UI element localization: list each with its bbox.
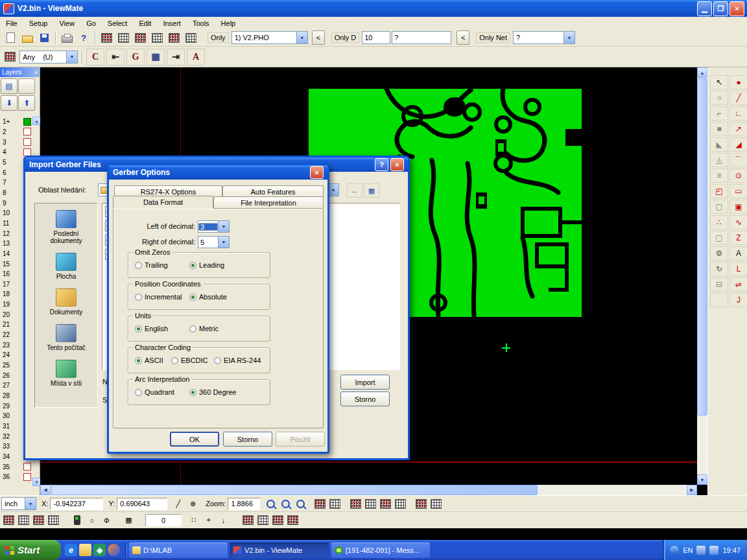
gerber-dialog-titlebar[interactable]: Gerber Options ×	[109, 165, 327, 180]
layer-stack-button-4[interactable]	[47, 514, 60, 526]
cancel-button[interactable]: Storno	[223, 432, 272, 447]
clip-corner-icon[interactable]: ◰	[710, 184, 728, 198]
scroll-down-icon[interactable]: ▼	[697, 474, 707, 485]
measure-button[interactable]	[183, 30, 198, 45]
radio-leading[interactable]: Leading	[189, 261, 224, 269]
filled-square-icon[interactable]: ■	[710, 122, 728, 136]
round-pad-icon[interactable]: ○	[710, 91, 728, 105]
display-tray-icon[interactable]	[709, 546, 718, 555]
layer-swatch[interactable]	[23, 128, 31, 135]
drop-marker-button[interactable]: ↓	[217, 514, 230, 526]
radio-ebcdic[interactable]: EBCDIC	[171, 356, 214, 364]
radio-eia-rs-244[interactable]: EIA RS-244	[214, 356, 261, 364]
menu-item-setup[interactable]: Setup	[23, 18, 54, 29]
vertical-scrollbar[interactable]: ▲ ▼	[697, 67, 707, 485]
view-pattern-button-3[interactable]	[379, 498, 392, 510]
chevron-down-icon[interactable]: ▼	[296, 32, 307, 43]
views-button[interactable]: ▦	[364, 183, 379, 198]
open-file-button[interactable]	[19, 30, 35, 45]
radio-incremental[interactable]: Incremental	[135, 293, 189, 301]
save-file-button[interactable]	[36, 30, 52, 45]
menu-item-select[interactable]: Select	[102, 18, 134, 29]
arc-tool-icon[interactable]: ⌒	[729, 153, 747, 167]
g-code-icon[interactable]: G	[126, 49, 145, 65]
layer-blank-button[interactable]	[18, 78, 35, 94]
horizontal-scroll-thumb[interactable]	[51, 485, 538, 495]
grid-red-button[interactable]	[313, 498, 327, 510]
origin-target-button[interactable]: ⊕	[186, 498, 200, 510]
dialog-help-button[interactable]: ?	[375, 158, 388, 171]
layer-grid-button[interactable]: ▤	[1, 78, 18, 94]
select-cursor-icon[interactable]: ↖	[710, 75, 728, 89]
aperture-list-button[interactable]	[115, 30, 131, 45]
layer-row[interactable]: 36	[1, 472, 32, 482]
tab-file-interpretation[interactable]: File Interpretation	[213, 196, 324, 208]
text-a-icon[interactable]: A	[187, 49, 205, 65]
view-pattern-button-6[interactable]	[429, 498, 443, 510]
spacer-icon[interactable]	[710, 293, 728, 307]
letter-l-tool-icon[interactable]: L	[729, 262, 747, 276]
menu-item-edit[interactable]: Edit	[133, 18, 157, 29]
dot-grid-button[interactable]: ∷	[187, 514, 200, 526]
radio-english[interactable]: English	[135, 325, 189, 332]
menu-item-view[interactable]: View	[53, 18, 80, 29]
restore-button[interactable]: ❐	[713, 1, 728, 16]
layer-swatch[interactable]	[23, 138, 31, 146]
only-layer-toggle[interactable]: Only	[208, 32, 229, 43]
pad-pattern-button-4[interactable]	[286, 514, 300, 526]
taskbar-task[interactable]: [191-482-091] - Mess...	[331, 542, 430, 558]
measure-line-button[interactable]: ╱	[171, 498, 185, 510]
rectangle-tool-icon[interactable]: ▭	[729, 184, 747, 198]
chevron-down-icon[interactable]: ▼	[25, 498, 36, 509]
folder-icon[interactable]	[79, 544, 91, 556]
radio-absolute[interactable]: Absolute	[189, 293, 227, 301]
cancel-button[interactable]: Storno	[340, 391, 390, 406]
dashed-box-icon[interactable]: ▢	[710, 200, 728, 214]
chevron-down-icon[interactable]: ▼	[563, 32, 575, 43]
new-file-button[interactable]	[3, 30, 18, 45]
only-d-toggle[interactable]: Only D	[331, 32, 360, 43]
place-item[interactable]: Tento počítač	[37, 324, 95, 351]
triangle-tool-icon[interactable]: ◣	[710, 137, 728, 152]
zoom-in-button[interactable]	[279, 498, 292, 510]
internet-explorer-icon[interactable]: e	[65, 544, 77, 556]
layer-swatch[interactable]	[23, 463, 31, 471]
tab-auto-features[interactable]: Auto Features	[222, 185, 324, 197]
units-combo[interactable]: inch ▼	[1, 497, 36, 510]
radio-360-degree[interactable]: 360 Degree	[189, 388, 237, 396]
dcode-right-icon[interactable]: ⇥	[167, 49, 185, 65]
place-item[interactable]: Poslední dokumenty	[37, 210, 95, 244]
dcode-input[interactable]: 10	[362, 31, 390, 44]
start-button[interactable]: Start	[0, 540, 61, 560]
aperture-filter-combo[interactable]: Any (U) ▼	[19, 51, 78, 64]
edit-box-icon[interactable]: ⊟	[710, 277, 728, 292]
grid-toggle-button[interactable]: ▦	[122, 514, 136, 526]
scroll-up-icon[interactable]: ▲	[697, 67, 707, 78]
menu-item-go[interactable]: Go	[80, 18, 102, 29]
left-decimal-combo[interactable]: 3 ▼	[198, 220, 230, 233]
mirror-triangle-icon[interactable]: ◬	[710, 153, 728, 167]
c-code-icon[interactable]: C	[86, 49, 104, 65]
zigzag-tool-icon[interactable]: Z	[729, 231, 747, 245]
layer-swatch[interactable]	[23, 148, 31, 156]
highlight-state-button[interactable]	[70, 514, 84, 526]
red-triangle-icon[interactable]: ◢	[729, 137, 747, 152]
back-folder-button[interactable]: ←	[347, 183, 362, 198]
dcode-grid-icon[interactable]: ▦	[147, 49, 165, 65]
view-pattern-button-1[interactable]	[349, 498, 362, 510]
letter-j-tool-icon[interactable]: J	[729, 293, 747, 307]
only-net-toggle[interactable]: Only Net	[476, 32, 510, 43]
rotate-tool-icon[interactable]: ↻	[710, 262, 728, 276]
layer-row[interactable]: 3	[1, 137, 32, 147]
radio-quadrant[interactable]: Quadrant	[135, 388, 189, 396]
right-decimal-combo[interactable]: 5 ▼	[198, 236, 230, 248]
place-item[interactable]: Plocha	[37, 253, 95, 280]
view-pattern-button-5[interactable]	[414, 498, 428, 510]
print-button[interactable]	[59, 30, 75, 45]
snap-button[interactable]: ⌖	[202, 514, 215, 526]
window-titlebar[interactable]: V2.bin - ViewMate ▁ ❐ ×	[0, 0, 747, 17]
close-icon[interactable]: ×	[34, 69, 38, 76]
round-aperture-button[interactable]: ○	[85, 514, 99, 526]
chevron-down-icon[interactable]: ▼	[218, 237, 229, 248]
layer-stack-button-3[interactable]	[32, 514, 45, 526]
